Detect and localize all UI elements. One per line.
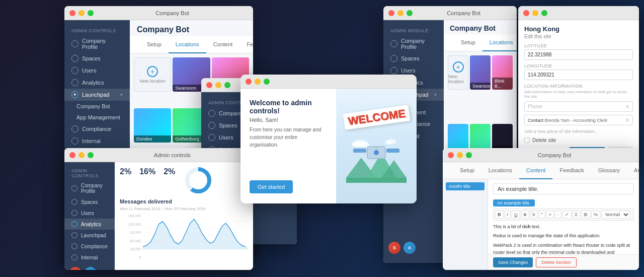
- tb-sigma[interactable]: Σ: [573, 211, 581, 219]
- content-item-1[interactable]: Anothr title: [446, 182, 485, 190]
- maximize-btn-5[interactable]: [407, 10, 413, 16]
- sidebar-5-company[interactable]: Company Profile: [383, 35, 444, 52]
- svg-rect-3: [346, 178, 407, 183]
- longitude-input-6[interactable]: [524, 70, 633, 80]
- sidebar-item-analytics-1[interactable]: Analytics: [64, 77, 130, 89]
- tb-quote[interactable]: ": [539, 211, 545, 219]
- tb-check[interactable]: ✓: [562, 211, 572, 219]
- sidebar-subitem-appmanagement[interactable]: App Management: [64, 112, 130, 123]
- new-loc-label-5: New location: [448, 74, 468, 84]
- section-title-input[interactable]: [493, 183, 634, 194]
- tab-locations-1[interactable]: Locations: [169, 36, 206, 53]
- sidebar-item-launchpad-1[interactable]: ✦ Launchpad ▾: [64, 89, 130, 101]
- phone-clear-6[interactable]: ✕: [625, 104, 629, 109]
- save-changes-button[interactable]: Save Changes: [493, 257, 533, 267]
- loc-5-1[interactable]: Swansoon: [470, 55, 491, 90]
- bottom-btn-row: Save Changes Delete Section: [488, 254, 639, 270]
- internal-icon: [71, 137, 78, 145]
- tb-bold[interactable]: B: [495, 211, 504, 219]
- as-compliance[interactable]: Compliance: [64, 241, 115, 252]
- as-internal[interactable]: Internal: [64, 252, 115, 263]
- close-btn-1[interactable]: [69, 10, 75, 16]
- as-launchpad[interactable]: Launchpad: [64, 230, 115, 241]
- delete-checkbox-6[interactable]: [524, 137, 530, 143]
- close-btn-8[interactable]: [448, 152, 454, 158]
- add-contact-6[interactable]: Add a new piece of site information...: [524, 127, 633, 135]
- maximize-btn-6[interactable]: [541, 10, 547, 16]
- minimize-btn-2[interactable]: [215, 82, 221, 88]
- tb-pct[interactable]: %: [591, 211, 600, 219]
- loc-5-2[interactable]: Blink B...: [492, 55, 513, 90]
- tb-grid[interactable]: ⊞: [581, 211, 590, 219]
- tab-8-locations[interactable]: Locations: [481, 162, 519, 179]
- tb-list[interactable]: ·: [555, 211, 561, 219]
- win7-body: Admin controls Company Profile Spaces Us…: [64, 162, 253, 270]
- close-btn-6[interactable]: [523, 10, 529, 16]
- tab-content-1[interactable]: Content: [206, 36, 240, 53]
- tb-indent[interactable]: >: [546, 211, 554, 219]
- tab-5-setup[interactable]: Setup: [454, 34, 482, 51]
- sidebar-item-users-1[interactable]: Users: [64, 64, 130, 77]
- sidebar-subitem-companybot[interactable]: Company Bot: [64, 101, 130, 112]
- contact-clear-6[interactable]: ✕: [625, 117, 629, 123]
- close-btn-7[interactable]: [69, 152, 75, 158]
- sidebar-item-company-profile-1[interactable]: Company Profile: [64, 35, 130, 52]
- sidebar-item-internal-1[interactable]: Internal: [64, 135, 130, 147]
- maximize-btn-8[interactable]: [466, 152, 472, 158]
- icon-5-company: [390, 40, 397, 47]
- tab-8-glossary[interactable]: Glossary: [591, 162, 627, 179]
- close-btn-2[interactable]: [206, 82, 212, 88]
- tab-setup-1[interactable]: Setup: [140, 36, 169, 53]
- maximize-btn-3[interactable]: [264, 79, 270, 85]
- tab-8-announcements[interactable]: Announcements: [627, 162, 639, 179]
- stats-row: 2% 16% 2%: [120, 167, 248, 195]
- as-company[interactable]: Company Profile: [64, 180, 115, 196]
- as-launchpad-icon: [71, 232, 77, 238]
- maximize-btn-1[interactable]: [88, 10, 94, 16]
- tab-feedback-1[interactable]: Feedback: [239, 36, 253, 53]
- tb-b2[interactable]: b: [530, 211, 538, 219]
- minimize-btn-6[interactable]: [532, 10, 538, 16]
- tab-8-setup[interactable]: Setup: [453, 162, 481, 179]
- chevron-icon-1: ▾: [120, 92, 123, 97]
- sidebar-5-spaces[interactable]: Spaces: [383, 52, 444, 64]
- as-users[interactable]: Users: [64, 207, 115, 219]
- minimize-btn-7[interactable]: [78, 152, 85, 158]
- modal-content: Welcome to admin controls! Hello, Sam! F…: [250, 99, 327, 149]
- window-content-editor: Company Bot Setup Locations Content Feed…: [443, 148, 639, 270]
- close-btn-3[interactable]: [246, 79, 252, 85]
- tab-8-content[interactable]: Content: [519, 162, 553, 179]
- get-started-button[interactable]: Get started: [250, 180, 293, 193]
- avatar-8: A: [85, 267, 97, 270]
- tb-format-select[interactable]: Normal H1 H2: [601, 211, 630, 219]
- modal-illustration: WELCOME: [336, 89, 417, 203]
- tab-8-feedback[interactable]: Feedback: [552, 162, 591, 179]
- tb-italic[interactable]: I: [505, 211, 511, 219]
- latitude-input-6[interactable]: [524, 49, 633, 60]
- delete-section-button[interactable]: Delete Section: [536, 257, 577, 267]
- tabs-8: Setup Locations Content Feedback Glossar…: [443, 162, 639, 179]
- maximize-btn-2[interactable]: [224, 82, 230, 88]
- welcome-body: From here you can manage and customise y…: [250, 126, 327, 149]
- tb-underline[interactable]: U: [512, 211, 520, 219]
- as-analytics[interactable]: Analytics: [64, 219, 115, 230]
- minimize-btn-3[interactable]: [255, 79, 261, 85]
- minimize-btn-5[interactable]: [397, 10, 404, 16]
- tb-strike[interactable]: S: [521, 211, 529, 219]
- minimize-btn-8[interactable]: [457, 152, 463, 158]
- as-spaces[interactable]: Spaces: [64, 196, 115, 207]
- svg-point-7: [374, 150, 379, 155]
- tab-5-locations[interactable]: Locations: [482, 34, 517, 51]
- new-location-card[interactable]: + New location: [134, 57, 171, 92]
- sidebar-label-1: Admin controls: [64, 25, 130, 35]
- maximize-btn-7[interactable]: [88, 152, 94, 158]
- minimize-btn-1[interactable]: [78, 10, 85, 16]
- new-loc-5[interactable]: + New location: [448, 55, 468, 90]
- icon-users-2: [208, 134, 215, 141]
- sidebar-item-compliance-1[interactable]: Compliance: [64, 123, 130, 135]
- location-card-dundee[interactable]: Dundee: [134, 108, 171, 143]
- welcome-banner-text: WELCOME: [343, 105, 410, 130]
- close-btn-5[interactable]: [388, 10, 394, 16]
- spaces-icon: [71, 55, 78, 62]
- sidebar-item-spaces-1[interactable]: Spaces: [64, 52, 130, 64]
